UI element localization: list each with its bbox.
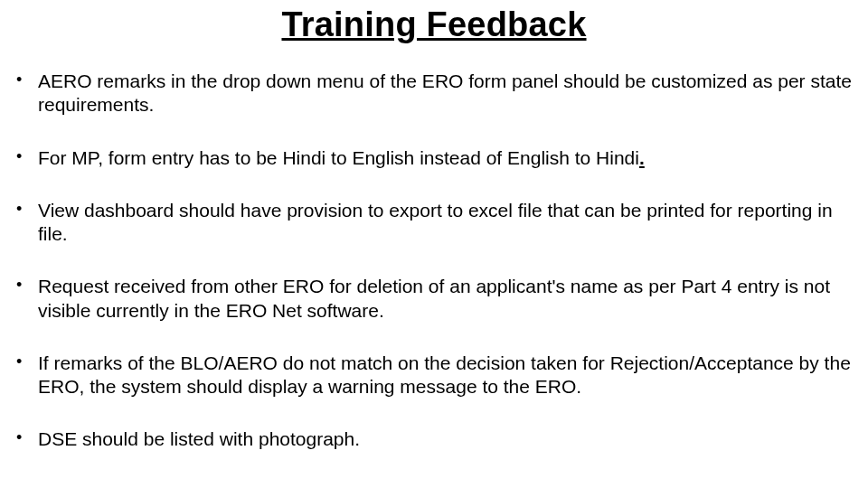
bullet-text: AERO remarks in the drop down menu of th…	[38, 70, 852, 115]
list-item: View dashboard should have provision to …	[16, 199, 852, 247]
bullet-text: DSE should be listed with photograph.	[38, 428, 360, 449]
bullet-text: If remarks of the BLO/AERO do not match …	[38, 352, 851, 397]
bullet-text: View dashboard should have provision to …	[38, 200, 833, 244]
bullet-text: For MP, form entry has to be Hindi to En…	[38, 147, 639, 168]
list-item: AERO remarks in the drop down menu of th…	[16, 70, 852, 117]
slide: Training Feedback AERO remarks in the dr…	[0, 5, 868, 488]
list-item: If remarks of the BLO/AERO do not match …	[16, 352, 852, 399]
list-item: For MP, form entry has to be Hindi to En…	[16, 146, 852, 170]
bullet-text: Request received from other ERO for dele…	[38, 276, 830, 320]
list-item: Request received from other ERO for dele…	[16, 275, 852, 323]
list-item: DSE should be listed with photograph.	[16, 427, 852, 451]
underlined-period: .	[639, 147, 645, 168]
bullet-list: AERO remarks in the drop down menu of th…	[0, 70, 868, 452]
slide-title: Training Feedback	[0, 5, 868, 44]
